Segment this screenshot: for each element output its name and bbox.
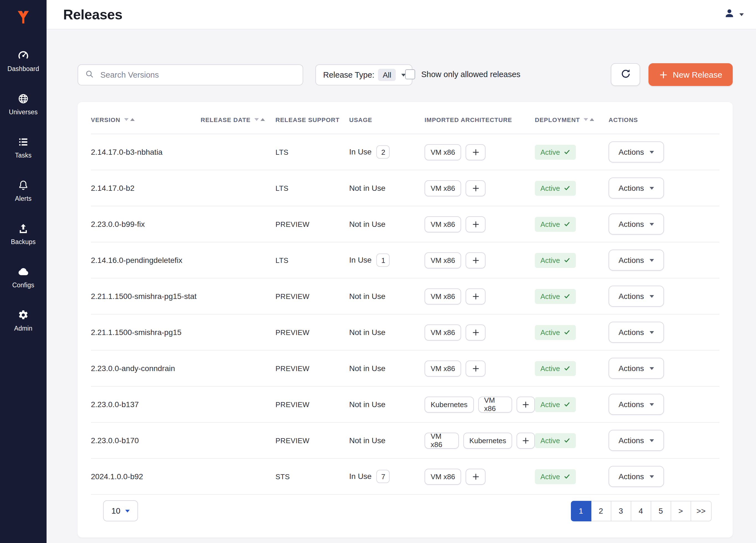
imported-architecture-cell: VM x86 [425, 360, 535, 376]
tasks-icon [17, 135, 29, 149]
actions-cell: Actions [609, 394, 719, 415]
add-architecture-button[interactable] [466, 252, 486, 268]
version-cell: 2.14.16.0-pendingdeletefix [91, 256, 201, 264]
page-button-5[interactable]: 5 [650, 501, 671, 521]
add-architecture-button[interactable] [466, 360, 486, 376]
column-header-release-support: RELEASE SUPPORT [275, 116, 349, 123]
usage-cell: Not in Use [349, 292, 425, 301]
release-support-cell: STS [275, 472, 349, 481]
release-type-value: All [378, 69, 396, 81]
usage-cell: Not in Use [349, 436, 425, 445]
user-icon [723, 7, 735, 22]
add-architecture-button[interactable] [517, 432, 535, 448]
actions-button[interactable]: Actions [609, 358, 664, 379]
sidebar-item-admin[interactable]: Admin [0, 309, 47, 332]
actions-button[interactable]: Actions [609, 141, 664, 162]
deployment-status-badge: Active [535, 216, 576, 231]
pagination: 12345>>> [571, 501, 712, 521]
add-architecture-button[interactable] [466, 288, 486, 304]
new-release-button[interactable]: New Release [648, 63, 733, 86]
usage-text: In Use [349, 255, 372, 264]
table-row: 2.23.0.0-b99-fixPREVIEWNot in UseVM x86A… [91, 206, 719, 242]
page-button-2[interactable]: 2 [591, 501, 611, 521]
actions-button[interactable]: Actions [609, 394, 664, 415]
usage-count-badge[interactable]: 7 [377, 470, 390, 483]
column-header-imported-architecture: IMPORTED ARCHITECTURE [425, 116, 535, 123]
sidebar-item-backups[interactable]: Backups [0, 222, 47, 245]
column-header-release-date[interactable]: RELEASE DATE [201, 116, 275, 123]
search-box [78, 64, 303, 85]
actions-button[interactable]: Actions [609, 213, 664, 234]
imported-architecture-cell: VM x86 [425, 288, 535, 304]
column-header-version[interactable]: VERSION [91, 116, 201, 123]
usage-text: In Use [349, 472, 372, 481]
deployment-status-label: Active [540, 400, 560, 409]
column-header-deployment[interactable]: DEPLOYMENT [535, 116, 609, 123]
search-input[interactable] [99, 70, 296, 80]
deployment-status-badge: Active [535, 397, 576, 412]
page-button-3[interactable]: 3 [611, 501, 631, 521]
sidebar-item-label: Dashboard [7, 65, 39, 72]
chevron-down-icon [650, 439, 654, 442]
actions-button-label: Actions [619, 183, 644, 192]
actions-button[interactable]: Actions [609, 322, 664, 343]
add-architecture-button[interactable] [466, 216, 486, 232]
dashboard-icon [17, 49, 29, 62]
actions-button[interactable]: Actions [609, 430, 664, 451]
user-menu[interactable] [723, 7, 744, 22]
check-icon [564, 473, 571, 480]
last-page-button[interactable]: >> [690, 501, 712, 521]
architecture-chip: Kubernetes [425, 396, 474, 412]
actions-cell: Actions [609, 141, 719, 162]
upload-icon [17, 222, 29, 235]
page-title: Releases [63, 6, 122, 22]
column-label: VERSION [91, 116, 120, 123]
page-button-1[interactable]: 1 [571, 501, 591, 521]
chevron-down-icon [650, 475, 654, 478]
sidebar-item-tasks[interactable]: Tasks [0, 135, 47, 159]
deployment-status-label: Active [540, 292, 560, 300]
refresh-button[interactable] [611, 63, 640, 86]
add-architecture-button[interactable] [466, 468, 486, 485]
deployment-status-badge: Active [535, 289, 576, 304]
actions-cell: Actions [609, 430, 719, 451]
show-allowed-label: Show only allowed releases [421, 70, 520, 79]
show-allowed-checkbox[interactable] [405, 69, 415, 79]
actions-button[interactable]: Actions [609, 466, 664, 487]
chevron-down-icon [650, 295, 654, 298]
actions-button[interactable]: Actions [609, 286, 664, 307]
sidebar-item-label: Universes [9, 109, 38, 115]
deployment-status-label: Active [540, 220, 560, 228]
chevron-down-icon [650, 150, 654, 153]
imported-architecture-cell: VM x86 [425, 324, 535, 340]
usage-cell: Not in Use [349, 400, 425, 409]
usage-count-badge[interactable]: 1 [377, 253, 390, 267]
add-architecture-button[interactable] [517, 396, 535, 412]
check-icon [564, 401, 571, 408]
release-support-cell: PREVIEW [275, 436, 349, 445]
page-size-select[interactable]: 10 [103, 500, 138, 521]
sidebar-item-dashboard[interactable]: Dashboard [0, 49, 47, 72]
release-support-cell: PREVIEW [275, 220, 349, 228]
page-button-4[interactable]: 4 [630, 501, 651, 521]
sidebar-item-universes[interactable]: Universes [0, 92, 47, 115]
sidebar-item-label: Tasks [15, 152, 32, 159]
add-architecture-button[interactable] [466, 180, 486, 196]
usage-count-badge[interactable]: 2 [377, 145, 390, 159]
actions-button-label: Actions [619, 364, 644, 373]
version-cell: 2.14.17.0-b2 [91, 183, 201, 192]
actions-button[interactable]: Actions [609, 249, 664, 271]
sidebar-item-configs[interactable]: Configs [0, 265, 47, 289]
actions-button[interactable]: Actions [609, 177, 664, 198]
globe-icon [17, 92, 29, 105]
actions-cell: Actions [609, 466, 719, 487]
next-page-button[interactable]: > [670, 501, 691, 521]
check-icon [564, 257, 571, 263]
usage-cell: In Use1 [349, 253, 425, 267]
yugabyte-logo[interactable] [0, 0, 47, 34]
sidebar-item-label: Alerts [15, 195, 32, 202]
sidebar-item-alerts[interactable]: Alerts [0, 178, 47, 202]
release-type-select[interactable]: Release Type: All [315, 64, 412, 85]
add-architecture-button[interactable] [466, 324, 486, 340]
add-architecture-button[interactable] [466, 144, 486, 160]
